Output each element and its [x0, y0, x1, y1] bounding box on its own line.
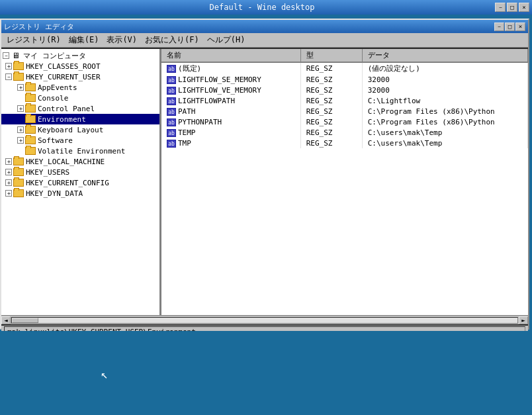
- menu-bar: レジストリ(R) 編集(E) 表示(V) お気に入り(F) ヘルプ(H): [1, 33, 528, 48]
- tree-item-volatileenv[interactable]: Volatile Environment: [1, 146, 159, 156]
- hkdd-label: HKEY_DYN_DATA: [26, 189, 83, 198]
- environment-folder-icon: [25, 115, 36, 123]
- cell-type: REG_SZ: [300, 95, 362, 106]
- keyboardlayout-folder-icon: [25, 126, 36, 134]
- tree-pane[interactable]: － 🖥 マイ コンピュータ ＋ HKEY_CLASSES_ROOT － HKEY…: [1, 49, 161, 315]
- tree-item-keyboardlayout[interactable]: ＋ Keyboard Layout: [1, 124, 159, 135]
- cell-name: abLIGHTFLOW_VE_MEMORY: [161, 85, 300, 95]
- reg-value-icon: ab: [167, 108, 176, 116]
- tree-item-software[interactable]: ＋ Software: [1, 135, 159, 146]
- menu-edit[interactable]: 編集(E): [65, 33, 103, 47]
- hkcc-expand-btn[interactable]: ＋: [5, 179, 12, 186]
- reg-value-icon: ab: [167, 65, 176, 73]
- tree-item-hklm[interactable]: ＋ HKEY_LOCAL_MACHINE: [1, 156, 159, 167]
- cell-type: REG_SZ: [300, 85, 362, 95]
- controlpanel-folder-icon: [25, 105, 36, 113]
- table-row[interactable]: abTMPREG_SZC:\users\mak\Temp: [161, 138, 528, 148]
- col-data[interactable]: データ: [362, 49, 527, 62]
- table-row[interactable]: abTEMPREG_SZC:\users\mak\Temp: [161, 127, 528, 138]
- cell-name: abTMP: [161, 138, 300, 148]
- close-button[interactable]: ×: [519, 3, 529, 12]
- regedit-maximize-button[interactable]: □: [505, 23, 515, 31]
- hkdd-expand-btn[interactable]: ＋: [5, 190, 12, 197]
- reg-value-icon: ab: [167, 118, 176, 126]
- menu-help[interactable]: ヘルプ(H): [203, 33, 249, 47]
- regedit-minimize-button[interactable]: －: [494, 23, 504, 31]
- reg-value-icon: ab: [167, 140, 176, 148]
- reg-value-icon: ab: [167, 97, 176, 105]
- tree-item-hkcr[interactable]: ＋ HKEY_CLASSES_ROOT: [1, 61, 159, 71]
- reg-value-icon: ab: [167, 129, 176, 137]
- root-expand-btn[interactable]: －: [3, 52, 9, 59]
- tree-item-hku[interactable]: ＋ HKEY_USERS: [1, 167, 159, 177]
- regedit-window: レジストリ エディタ － □ × レジストリ(R) 編集(E) 表示(V) お気…: [0, 19, 529, 330]
- cell-data: (値の設定なし): [362, 62, 527, 74]
- main-title: Default - Wine desktop: [29, 3, 495, 12]
- table-row[interactable]: abPATHREG_SZC:\Program Files (x86)\Pytho…: [161, 106, 528, 116]
- regedit-title: レジストリ エディタ: [4, 22, 74, 32]
- regedit-titlebar-buttons: － □ ×: [494, 23, 525, 31]
- hkdd-folder-icon: [13, 189, 24, 197]
- scroll-thumb[interactable]: [12, 318, 38, 323]
- menu-view[interactable]: 表示(V): [103, 33, 141, 47]
- maximize-button[interactable]: □: [507, 3, 517, 12]
- software-expand-btn[interactable]: ＋: [17, 137, 24, 144]
- tree-item-appevents[interactable]: ＋ AppEvents: [1, 82, 159, 93]
- scroll-left-btn[interactable]: ◄: [1, 316, 11, 324]
- tree-root[interactable]: － 🖥 マイ コンピュータ: [1, 50, 159, 61]
- cell-name: ab(既定): [161, 62, 300, 74]
- regedit-close-button[interactable]: ×: [515, 23, 525, 31]
- values-pane[interactable]: 名前 型 データ ab(既定)REG_SZ(値の設定なし)abLIGHTFLOW…: [161, 49, 528, 315]
- hkcu-label: HKEY_CURRENT_USER: [26, 73, 101, 81]
- minimize-button[interactable]: －: [495, 3, 506, 12]
- table-row[interactable]: ab(既定)REG_SZ(値の設定なし): [161, 62, 528, 74]
- tree-item-hkcu[interactable]: － HKEY_CURRENT_USER: [1, 71, 159, 82]
- hkcc-folder-icon: [13, 179, 24, 187]
- scroll-track[interactable]: [11, 317, 518, 324]
- hklm-expand-btn[interactable]: ＋: [5, 158, 12, 165]
- cell-data: C:\Lightflow: [362, 95, 527, 106]
- scroll-right-btn[interactable]: ►: [519, 316, 528, 324]
- hku-expand-btn[interactable]: ＋: [5, 169, 12, 175]
- col-type[interactable]: 型: [300, 49, 362, 62]
- hkcu-expand-btn[interactable]: －: [5, 73, 12, 80]
- cell-type: REG_SZ: [300, 74, 362, 85]
- tree-item-hkcc[interactable]: ＋ HKEY_CURRENT_CONFIG: [1, 177, 159, 188]
- tree-item-environment[interactable]: Environment: [1, 114, 159, 124]
- tree-root-label: マイ コンピュータ: [23, 51, 86, 61]
- hkcr-label: HKEY_CLASSES_ROOT: [26, 62, 101, 71]
- cell-type: REG_SZ: [300, 116, 362, 127]
- keyboardlayout-label: Keyboard Layout: [38, 126, 103, 134]
- hku-folder-icon: [13, 168, 24, 176]
- table-row[interactable]: abLIGHTFLOWPATHREG_SZC:\Lightflow: [161, 95, 528, 106]
- hkcr-folder-icon: [13, 62, 24, 70]
- table-row[interactable]: abLIGHTFLOW_VE_MEMORYREG_SZ32000: [161, 85, 528, 95]
- tree-item-hkdd[interactable]: ＋ HKEY_DYN_DATA: [1, 188, 159, 199]
- table-row[interactable]: abLIGHTFLOW_SE_MEMORYREG_SZ32000: [161, 74, 528, 85]
- tree-item-console[interactable]: Console: [1, 93, 159, 103]
- main-content: － 🖥 マイ コンピュータ ＋ HKEY_CLASSES_ROOT － HKEY…: [1, 48, 528, 315]
- software-folder-icon: [25, 136, 36, 144]
- controlpanel-expand-btn[interactable]: ＋: [17, 105, 24, 112]
- col-name[interactable]: 名前: [161, 49, 300, 62]
- tree-item-controlpanel[interactable]: ＋ Control Panel: [1, 103, 159, 114]
- cell-name: abPATH: [161, 106, 300, 116]
- cell-name: abTEMP: [161, 127, 300, 138]
- hkcr-expand-btn[interactable]: ＋: [5, 63, 12, 69]
- hkcu-folder-icon: [13, 73, 24, 81]
- appevents-expand-btn[interactable]: ＋: [17, 84, 24, 91]
- hscroll-bar[interactable]: ◄ ►: [1, 315, 528, 324]
- main-titlebar: Default - Wine desktop － □ ×: [0, 0, 532, 15]
- cell-data: 32000: [362, 85, 527, 95]
- titlebar-buttons: － □ ×: [495, 3, 529, 12]
- regedit-titlebar: レジストリ エディタ － □ ×: [1, 20, 528, 33]
- menu-registry[interactable]: レジストリ(R): [3, 33, 65, 47]
- keyboardlayout-expand-btn[interactable]: ＋: [17, 126, 24, 133]
- table-row[interactable]: abPYTHONPATHREG_SZC:\Program Files (x86)…: [161, 116, 528, 127]
- menu-favorites[interactable]: お気に入り(F): [141, 33, 203, 47]
- desktop-area: [0, 331, 532, 415]
- computer-icon: 🖥: [11, 51, 21, 60]
- console-folder-icon: [25, 94, 36, 102]
- reg-value-icon: ab: [167, 87, 176, 95]
- console-label: Console: [38, 94, 68, 103]
